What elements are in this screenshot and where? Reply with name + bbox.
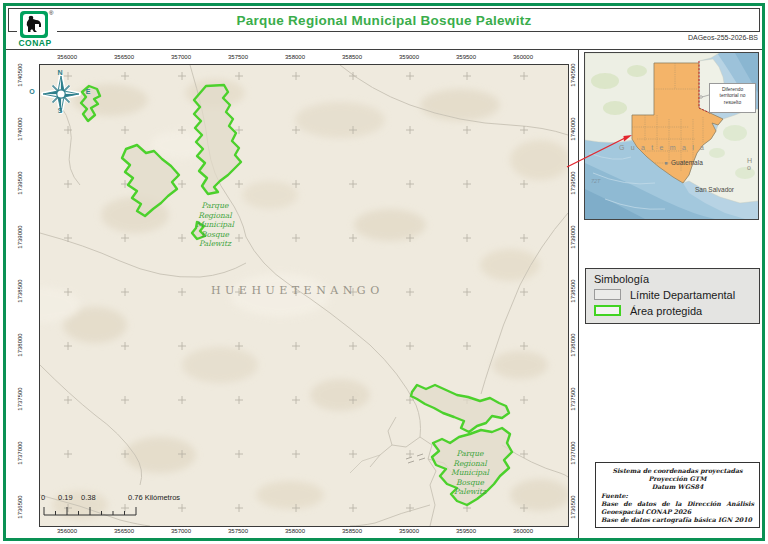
department-label: HUEHUETENANGO — [211, 284, 379, 297]
title-bar: Parque Regional Municipal Bosque Palewit… — [8, 8, 760, 32]
x-tick-bottom: 356500 — [104, 527, 144, 535]
inset-locator-map: G u a t e m a l a Guatemala San Salvador… — [584, 52, 759, 220]
registered-mark: ® — [49, 10, 53, 16]
park-label-nw: Parque Regional Municipal Bosque Palewit… — [175, 201, 255, 249]
limite-swatch-icon — [594, 289, 621, 300]
x-tick-bottom: 357000 — [161, 527, 201, 535]
park-label-se: Parque Regional Municipal Bosque Palewit… — [430, 449, 510, 497]
vertical-divider — [578, 49, 579, 538]
city-marker — [665, 162, 668, 165]
y-tick-right: 1738500 — [569, 271, 577, 311]
y-tick-right: 1736500 — [569, 487, 577, 527]
jaguar-icon — [23, 14, 45, 35]
x-tick-top: 360000 — [503, 53, 543, 61]
source-2: Base de datos cartografía básica IGN 201… — [601, 516, 754, 524]
projection: Proyección GTM — [601, 475, 754, 483]
y-tick-left: 1739000 — [16, 217, 24, 257]
x-tick-bottom: 359000 — [389, 527, 429, 535]
datum: Datum WGS84 — [601, 483, 754, 491]
x-tick-top: 356000 — [47, 53, 87, 61]
conap-logo-text: CONAP — [17, 38, 53, 48]
inset-san-salvador-label: San Salvador — [695, 186, 734, 193]
compass-e-label: E — [80, 88, 96, 95]
x-tick-bottom: 360000 — [503, 527, 543, 535]
y-tick-right: 1737000 — [569, 433, 577, 473]
conap-logo: ® CONAP — [17, 10, 57, 48]
legend-title: Simbología — [594, 273, 649, 285]
inset-honduras-label: H o — [747, 157, 758, 171]
scalebar-ruler — [40, 491, 220, 519]
x-tick-top: 357500 — [218, 53, 258, 61]
legend-item-limite: Límite Departamental — [594, 288, 735, 301]
inset-country-label: G u a t e m a l a — [619, 144, 706, 151]
fuente-label: Fuente: — [601, 492, 754, 500]
scalebar: 0 0.19 0.38 0.76 Kilómetros — [40, 491, 220, 519]
inset-city-label: Guatemala — [671, 159, 703, 166]
y-tick-left: 1736500 — [16, 487, 24, 527]
legend: Simbología Límite Departamental Área pro… — [585, 268, 760, 324]
y-tick-right: 1740500 — [569, 55, 577, 95]
y-tick-left: 1740000 — [16, 109, 24, 149]
x-tick-top: 359000 — [389, 53, 429, 61]
x-tick-top: 359500 — [446, 53, 486, 61]
y-tick-left: 1739500 — [16, 163, 24, 203]
horizontal-divider — [5, 49, 763, 50]
document-id: DAGeos-255-2026-BS — [688, 34, 758, 41]
coord-system: Sistema de coordenadas proyectadas — [601, 467, 754, 475]
inset-corner-label: 72T — [591, 178, 600, 184]
x-tick-bottom: 358500 — [332, 527, 372, 535]
x-tick-bottom: 356000 — [47, 527, 87, 535]
y-tick-right: 1738000 — [569, 325, 577, 365]
x-tick-bottom: 357500 — [218, 527, 258, 535]
x-tick-top: 356500 — [104, 53, 144, 61]
y-tick-left: 1740500 — [16, 55, 24, 95]
x-tick-top: 358000 — [275, 53, 315, 61]
x-tick-top: 358500 — [332, 53, 372, 61]
x-tick-bottom: 358000 — [275, 527, 315, 535]
y-tick-left: 1737500 — [16, 379, 24, 419]
y-tick-left: 1738500 — [16, 271, 24, 311]
diferendo-note: Diferendo territorial no resuelto — [709, 83, 756, 113]
compass-s-label: S — [52, 107, 68, 114]
credits-box: Sistema de coordenadas proyectadas Proye… — [595, 462, 760, 528]
y-tick-right: 1739000 — [569, 217, 577, 257]
y-tick-right: 1739500 — [569, 163, 577, 203]
compass-o-label: O — [24, 88, 40, 95]
cliff-marks — [406, 454, 425, 463]
map-document-page: Parque Regional Municipal Bosque Palewit… — [0, 0, 768, 544]
inset-map-graphic — [585, 53, 758, 219]
x-tick-bottom: 359500 — [446, 527, 486, 535]
y-tick-left: 1738000 — [16, 325, 24, 365]
y-tick-left: 1737000 — [16, 433, 24, 473]
page-title: Parque Regional Municipal Bosque Palewit… — [236, 13, 531, 28]
area-protegida-swatch-icon — [594, 305, 621, 316]
compass-n-label: N — [52, 69, 68, 76]
conap-logo-box — [20, 11, 48, 38]
x-tick-top: 357000 — [161, 53, 201, 61]
y-tick-right: 1737500 — [569, 379, 577, 419]
source-1: Base de datos de la Dirección Análisis G… — [601, 500, 754, 516]
legend-item-area: Área protegida — [594, 304, 702, 317]
y-tick-right: 1740000 — [569, 109, 577, 149]
